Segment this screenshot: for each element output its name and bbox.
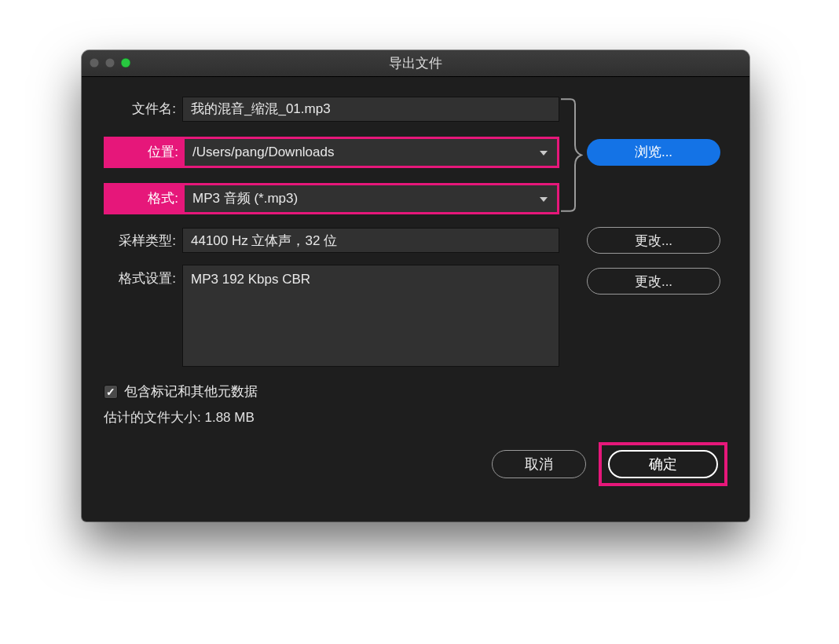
location-label: 位置: (104, 137, 185, 168)
format-settings-label: 格式设置: (104, 265, 182, 367)
filename-field[interactable] (182, 97, 559, 122)
filesize-value: 1.88 MB (204, 410, 254, 425)
format-label: 格式: (104, 183, 185, 214)
titlebar: 导出文件 (82, 50, 749, 77)
ok-button[interactable]: 确定 (608, 450, 718, 478)
format-settings-value: MP3 192 Kbps CBR (191, 272, 310, 287)
change-format-settings-button[interactable]: 更改... (587, 268, 720, 295)
cancel-button[interactable]: 取消 (492, 450, 586, 478)
estimated-filesize: 估计的文件大小: 1.88 MB (104, 408, 727, 426)
dialog-body: 文件名: 浏览... 位置: /Users/pang/Downloads 格式:… (82, 77, 749, 500)
group-bracket (559, 94, 583, 216)
location-value: /Users/pang/Downloads (192, 145, 334, 160)
include-metadata-row: 包含标记和其他元数据 (104, 382, 727, 401)
filename-label: 文件名: (104, 97, 182, 122)
window-title: 导出文件 (389, 54, 442, 72)
format-value: MP3 音频 (*.mp3) (192, 189, 298, 207)
export-file-dialog: 导出文件 文件名: 浏览... 位置: /Users/pang/Download… (82, 50, 749, 521)
location-dropdown[interactable]: /Users/pang/Downloads (182, 137, 559, 168)
format-settings-field: MP3 192 Kbps CBR (182, 265, 559, 367)
maximize-window-icon[interactable] (121, 58, 130, 68)
browse-button[interactable]: 浏览... (587, 139, 720, 166)
filename-input[interactable] (191, 101, 551, 117)
minimize-window-icon[interactable] (105, 58, 115, 68)
format-dropdown[interactable]: MP3 音频 (*.mp3) (182, 183, 559, 214)
ok-button-highlight: 确定 (599, 442, 727, 486)
sample-type-value: 44100 Hz 立体声，32 位 (191, 232, 337, 250)
include-metadata-label: 包含标记和其他元数据 (124, 382, 258, 401)
sample-type-field: 44100 Hz 立体声，32 位 (182, 228, 559, 253)
sample-type-label: 采样类型: (104, 228, 182, 253)
close-window-icon[interactable] (90, 58, 99, 68)
filesize-label: 估计的文件大小: (104, 410, 201, 425)
include-metadata-checkbox[interactable] (104, 385, 118, 399)
change-sample-type-button[interactable]: 更改... (587, 227, 720, 254)
dialog-footer: 取消 确定 (104, 442, 727, 486)
window-controls (90, 58, 130, 68)
